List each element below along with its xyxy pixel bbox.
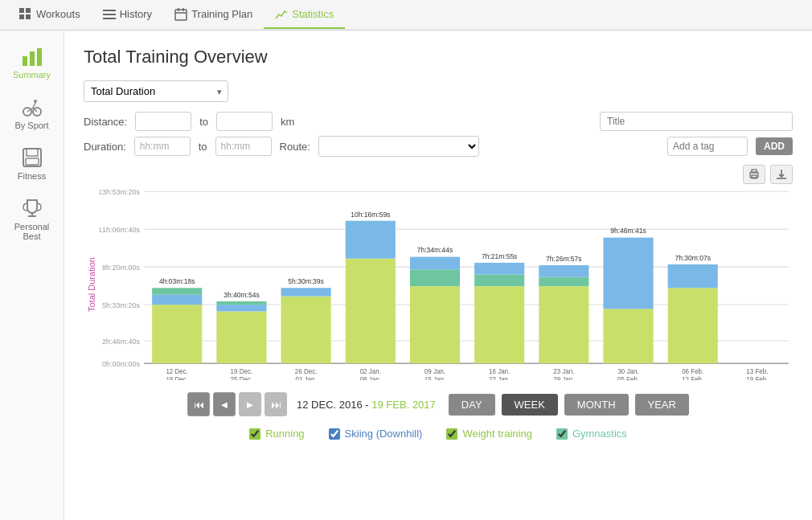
svg-rect-40 [152, 295, 202, 305]
legend-checkbox-skiing[interactable] [329, 428, 340, 440]
svg-text:7h:26m:57s: 7h:26m:57s [546, 255, 582, 263]
svg-rect-12 [30, 51, 35, 66]
svg-rect-13 [37, 48, 42, 66]
svg-text:10h:16m:59s: 10h:16m:59s [351, 210, 391, 218]
svg-text:7h:21m:55s: 7h:21m:55s [482, 252, 518, 260]
svg-rect-56 [346, 259, 396, 363]
legend-label-running: Running [265, 428, 304, 440]
sidebar-item-by-sport[interactable]: By Sport [3, 89, 61, 137]
svg-text:19 Dec.: 19 Dec. [231, 368, 253, 375]
year-period-button[interactable]: YEAR [635, 394, 689, 416]
svg-rect-63 [410, 257, 460, 270]
cyclist-icon [21, 96, 43, 118]
sidebar-item-personal-best[interactable]: Personal Best [3, 190, 61, 248]
nav-controls: ⏮ ◄ ► ⏭ 12 DEC. 2016 - 19 FEB. 2017 DAY … [84, 392, 793, 416]
legend-checkbox-weight-training[interactable] [446, 428, 457, 440]
sidebar-item-summary[interactable]: Summary [3, 39, 61, 86]
filter-row-2: Duration: to Route: ADD [84, 136, 793, 157]
chart-line-icon [275, 8, 288, 21]
sidebar-item-fitness[interactable]: Fitness [3, 140, 61, 187]
date-to: 19 FEB. 2017 [371, 399, 436, 411]
day-period-button[interactable]: DAY [449, 394, 495, 416]
svg-text:11h:06m:40s: 11h:06m:40s [100, 226, 141, 234]
svg-text:19 Feb.: 19 Feb. [746, 376, 768, 380]
svg-rect-45 [216, 311, 266, 363]
svg-text:26 Dec.: 26 Dec. [295, 368, 318, 375]
svg-rect-2 [19, 14, 24, 19]
svg-text:23 Jan.: 23 Jan. [553, 368, 574, 375]
tag-input[interactable] [667, 137, 748, 156]
svg-rect-85 [668, 264, 718, 288]
distance-to-input[interactable] [216, 112, 273, 131]
legend-checkbox-running[interactable] [249, 428, 260, 440]
legend-label-gymnastics: Gymnastics [572, 428, 627, 440]
list-icon [103, 8, 116, 21]
svg-text:25 Dec.: 25 Dec. [231, 376, 253, 380]
svg-text:02 Jan.: 02 Jan. [360, 368, 381, 375]
svg-text:22 Jan.: 22 Jan. [489, 376, 510, 380]
svg-text:3h:40m:54s: 3h:40m:54s [224, 291, 260, 299]
duration-from-input[interactable] [134, 137, 191, 156]
print-button[interactable] [743, 165, 765, 184]
distance-from-input[interactable] [135, 112, 191, 131]
bar-chart-svg: 13h:53m:20s 11h:06m:40s 8h:20m:00s 5h:33… [100, 187, 793, 380]
metric-dropdown-wrapper: Total Duration Total Distance Number of … [84, 80, 228, 102]
svg-text:09 Jan.: 09 Jan. [424, 368, 445, 375]
rewind-button[interactable]: ⏮ [187, 392, 210, 416]
svg-rect-39 [152, 305, 202, 363]
title-input[interactable] [600, 112, 793, 131]
trophy-icon [21, 197, 43, 219]
tab-history[interactable]: History [92, 2, 163, 29]
svg-rect-61 [410, 286, 460, 363]
next-button[interactable]: ► [239, 392, 261, 416]
tab-statistics[interactable]: Statistics [264, 2, 345, 29]
duration-to-input[interactable] [215, 137, 272, 156]
month-period-button[interactable]: MONTH [564, 394, 629, 416]
svg-text:29 Jan.: 29 Jan. [553, 376, 574, 380]
tab-training-plan[interactable]: Training Plan [163, 2, 264, 29]
distance-label: Distance: [84, 116, 127, 128]
y-axis-label: Total Duration [84, 187, 100, 383]
svg-rect-0 [19, 8, 24, 13]
date-range: 12 DEC. 2016 - 19 FEB. 2017 [297, 399, 436, 411]
week-period-button[interactable]: WEEK [502, 394, 558, 416]
svg-rect-41 [152, 288, 202, 294]
legend-item-weight-training: Weight training [446, 428, 531, 440]
svg-rect-75 [539, 265, 588, 277]
legend-label-skiing: Skiing (Downhill) [345, 428, 423, 440]
chart-toolbar [84, 165, 793, 184]
tab-workouts[interactable]: Workouts [8, 2, 92, 29]
svg-point-16 [34, 100, 37, 103]
svg-rect-57 [346, 221, 396, 259]
grid-icon [19, 8, 32, 21]
add-button[interactable]: ADD [756, 137, 793, 155]
duration-label: Duration: [84, 141, 126, 153]
svg-rect-79 [603, 309, 653, 363]
fast-forward-button[interactable]: ⏭ [265, 392, 287, 416]
svg-text:13h:53m:20s: 13h:53m:20s [100, 188, 141, 196]
content-area: Total Training Overview Total Duration T… [64, 31, 812, 520]
svg-text:5h:33m:20s: 5h:33m:20s [102, 301, 140, 309]
svg-text:7h:30m:07s: 7h:30m:07s [675, 254, 711, 262]
svg-rect-19 [26, 158, 39, 165]
legend-item-running: Running [249, 428, 304, 440]
svg-rect-11 [23, 56, 27, 66]
svg-rect-52 [281, 288, 331, 296]
svg-rect-51 [281, 297, 331, 363]
svg-rect-73 [539, 286, 588, 363]
svg-text:08 Jan.: 08 Jan. [360, 376, 381, 380]
svg-text:06 Feb.: 06 Feb. [682, 368, 703, 375]
prev-button[interactable]: ◄ [213, 392, 236, 416]
route-select[interactable] [318, 136, 479, 157]
legend-checkbox-gymnastics[interactable] [556, 428, 568, 440]
legend-item-skiing: Skiing (Downhill) [329, 428, 423, 440]
svg-rect-46 [216, 305, 266, 311]
metric-dropdown[interactable]: Total Duration Total Distance Number of … [84, 80, 228, 102]
svg-rect-5 [103, 14, 116, 15]
sidebar: Summary By Sport Fitness [0, 31, 64, 520]
svg-text:01 Jan.: 01 Jan. [295, 376, 316, 380]
svg-text:05 Feb.: 05 Feb. [617, 376, 639, 380]
svg-text:7h:34m:44s: 7h:34m:44s [417, 246, 453, 254]
svg-rect-74 [539, 277, 588, 286]
download-button[interactable] [770, 165, 793, 184]
